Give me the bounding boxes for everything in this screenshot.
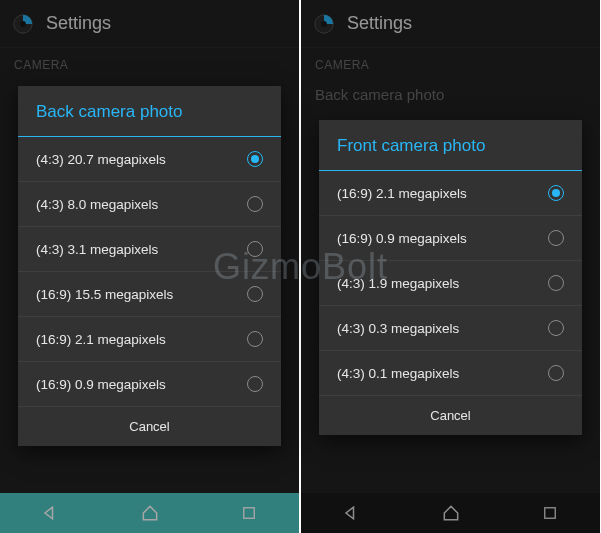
page-title: Settings (46, 13, 111, 34)
svg-rect-5 (545, 508, 556, 519)
radio-icon (247, 241, 263, 257)
resolution-option[interactable]: (16:9) 2.1 megapixels (319, 171, 582, 216)
page-title: Settings (347, 13, 412, 34)
app-header: Settings (0, 0, 299, 48)
radio-icon (548, 275, 564, 291)
navigation-bar (0, 493, 299, 533)
dialog-option-list: (4:3) 20.7 megapixels (4:3) 8.0 megapixe… (18, 137, 281, 406)
resolution-option[interactable]: (4:3) 20.7 megapixels (18, 137, 281, 182)
nav-back-button[interactable] (0, 493, 100, 533)
screen-front-camera: Settings CAMERA Back camera photo Front … (301, 0, 600, 533)
dialog-title: Back camera photo (18, 86, 281, 137)
option-label: (16:9) 0.9 megapixels (337, 231, 467, 246)
svg-point-1 (20, 21, 26, 27)
radio-icon (548, 185, 564, 201)
camera-app-icon (12, 13, 34, 35)
dialog-back-camera-photo: Back camera photo (4:3) 20.7 megapixels … (18, 86, 281, 446)
radio-icon (548, 320, 564, 336)
nav-recent-button[interactable] (500, 493, 600, 533)
navigation-bar (301, 493, 600, 533)
nav-home-button[interactable] (100, 493, 200, 533)
svg-rect-2 (244, 508, 255, 519)
radio-icon (247, 331, 263, 347)
option-label: (4:3) 0.3 megapixels (337, 321, 459, 336)
resolution-option[interactable]: (4:3) 3.1 megapixels (18, 227, 281, 272)
radio-icon (548, 365, 564, 381)
resolution-option[interactable]: (4:3) 0.1 megapixels (319, 351, 582, 395)
cancel-button[interactable]: Cancel (18, 406, 281, 446)
dialog-title: Front camera photo (319, 120, 582, 171)
option-label: (4:3) 20.7 megapixels (36, 152, 166, 167)
radio-icon (548, 230, 564, 246)
screen-back-camera: Settings CAMERA Back camera photo (4:3) … (0, 0, 299, 533)
option-label: (4:3) 1.9 megapixels (337, 276, 459, 291)
radio-icon (247, 151, 263, 167)
option-label: (16:9) 2.1 megapixels (337, 186, 467, 201)
option-label: (16:9) 2.1 megapixels (36, 332, 166, 347)
app-header: Settings (301, 0, 600, 48)
option-label: (16:9) 15.5 megapixels (36, 287, 173, 302)
svg-point-4 (321, 21, 327, 27)
dialog-front-camera-photo: Front camera photo (16:9) 2.1 megapixels… (319, 120, 582, 435)
radio-icon (247, 286, 263, 302)
section-label-camera: CAMERA (0, 48, 299, 78)
dialog-option-list: (16:9) 2.1 megapixels (16:9) 0.9 megapix… (319, 171, 582, 395)
option-label: (16:9) 0.9 megapixels (36, 377, 166, 392)
cancel-button[interactable]: Cancel (319, 395, 582, 435)
setting-item-back-camera[interactable]: Back camera photo (301, 78, 600, 115)
resolution-option[interactable]: (4:3) 0.3 megapixels (319, 306, 582, 351)
option-label: (4:3) 3.1 megapixels (36, 242, 158, 257)
nav-home-button[interactable] (401, 493, 501, 533)
resolution-option[interactable]: (16:9) 2.1 megapixels (18, 317, 281, 362)
radio-icon (247, 196, 263, 212)
resolution-option[interactable]: (4:3) 1.9 megapixels (319, 261, 582, 306)
radio-icon (247, 376, 263, 392)
resolution-option[interactable]: (16:9) 0.9 megapixels (319, 216, 582, 261)
nav-recent-button[interactable] (199, 493, 299, 533)
camera-app-icon (313, 13, 335, 35)
resolution-option[interactable]: (4:3) 8.0 megapixels (18, 182, 281, 227)
option-label: (4:3) 0.1 megapixels (337, 366, 459, 381)
resolution-option[interactable]: (16:9) 0.9 megapixels (18, 362, 281, 406)
section-label-camera: CAMERA (301, 48, 600, 78)
option-label: (4:3) 8.0 megapixels (36, 197, 158, 212)
nav-back-button[interactable] (301, 493, 401, 533)
resolution-option[interactable]: (16:9) 15.5 megapixels (18, 272, 281, 317)
